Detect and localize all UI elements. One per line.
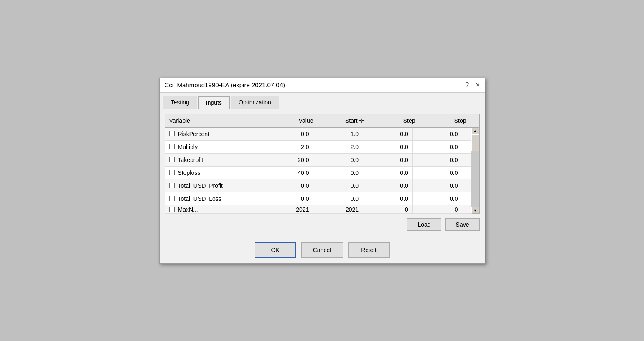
- col-step: Step: [369, 114, 420, 127]
- title-bar-controls: ? ×: [465, 81, 479, 89]
- dialog-window: Cci_Mahmoud1990-EA (expire 2021.07.04) ?…: [159, 78, 485, 264]
- checkbox-6[interactable]: [169, 207, 175, 212]
- cell-stop-1[interactable]: 0.0: [413, 141, 463, 153]
- cell-variable-3: Stoploss: [165, 167, 264, 179]
- checkbox-5[interactable]: [169, 196, 175, 201]
- col-value: Value: [267, 114, 318, 127]
- table-row: RiskPercent 0.0 1.0 0.0 0.0: [165, 128, 471, 141]
- cell-start-5[interactable]: 0.0: [313, 192, 363, 205]
- cell-value-2[interactable]: 20.0: [264, 154, 314, 166]
- cell-step-4[interactable]: 0.0: [363, 179, 413, 192]
- cell-stop-5[interactable]: 0.0: [413, 192, 463, 205]
- window-title: Cci_Mahmoud1990-EA (expire 2021.07.04): [165, 81, 285, 88]
- scrollbar-thumb[interactable]: [471, 134, 479, 151]
- table-row: Stoploss 40.0 0.0 0.0 0.0: [165, 167, 471, 179]
- cell-variable-4: Total_USD_Profit: [165, 179, 264, 192]
- ok-button[interactable]: OK: [255, 242, 296, 258]
- cell-variable-0: RiskPercent: [165, 128, 264, 140]
- load-button[interactable]: Load: [407, 218, 441, 231]
- cell-start-6: 2021: [313, 205, 363, 214]
- cell-step-6: 0: [363, 205, 413, 214]
- checkbox-1[interactable]: [169, 144, 175, 149]
- cell-stop-2[interactable]: 0.0: [413, 154, 463, 166]
- scrollbar-up-button[interactable]: ▲: [471, 128, 479, 134]
- help-button[interactable]: ?: [465, 81, 469, 89]
- table-row: Total_USD_Loss 0.0 0.0 0.0 0.0: [165, 192, 471, 205]
- cancel-button[interactable]: Cancel: [301, 242, 343, 258]
- table-row: Takeprofit 20.0 0.0 0.0 0.0: [165, 154, 471, 167]
- cell-variable-5: Total_USD_Loss: [165, 192, 264, 205]
- cell-stop-6: 0: [413, 205, 463, 214]
- col-stop: Stop: [420, 114, 471, 127]
- reset-button[interactable]: Reset: [348, 242, 390, 258]
- checkbox-4[interactable]: [169, 183, 175, 188]
- close-button[interactable]: ×: [476, 81, 479, 89]
- save-button[interactable]: Save: [445, 218, 480, 231]
- checkbox-3[interactable]: [169, 170, 175, 175]
- checkbox-2[interactable]: [169, 157, 175, 162]
- scrollbar-track[interactable]: [471, 134, 479, 207]
- cell-value-5[interactable]: 0.0: [264, 192, 314, 205]
- col-start[interactable]: Start ✛: [318, 114, 369, 127]
- tabs-row: Testing Inputs Optimization: [160, 93, 485, 109]
- col-variable: Variable: [165, 114, 267, 127]
- cell-start-0[interactable]: 1.0: [313, 128, 363, 140]
- tab-optimization[interactable]: Optimization: [231, 96, 279, 109]
- title-bar: Cci_Mahmoud1990-EA (expire 2021.07.04) ?…: [160, 78, 485, 93]
- cell-step-3[interactable]: 0.0: [363, 167, 413, 179]
- load-save-row: Load Save: [165, 214, 480, 233]
- cell-stop-4[interactable]: 0.0: [413, 179, 463, 192]
- cell-value-4[interactable]: 0.0: [264, 179, 314, 192]
- table-row-partial: MaxN... 2021 2021 0 0: [165, 205, 471, 214]
- cell-step-5[interactable]: 0.0: [363, 192, 413, 205]
- table-rows: RiskPercent 0.0 1.0 0.0 0.0 Multiply 2: [165, 128, 471, 214]
- cell-start-3[interactable]: 0.0: [313, 167, 363, 179]
- tab-testing[interactable]: Testing: [163, 96, 197, 109]
- content-area: Variable Value Start ✛ Step Stop: [160, 109, 485, 238]
- table-body-wrapper: RiskPercent 0.0 1.0 0.0 0.0 Multiply 2: [165, 128, 479, 214]
- cell-stop-0[interactable]: 0.0: [413, 128, 463, 140]
- scrollbar-header: [471, 114, 479, 127]
- cell-variable-1: Multiply: [165, 141, 264, 153]
- cell-value-6: 2021: [264, 205, 314, 214]
- cell-value-3[interactable]: 40.0: [264, 167, 314, 179]
- cell-step-1[interactable]: 0.0: [363, 141, 413, 153]
- dialog-footer: OK Cancel Reset: [160, 238, 485, 263]
- cell-step-0[interactable]: 0.0: [363, 128, 413, 140]
- tab-inputs[interactable]: Inputs: [198, 96, 230, 109]
- cell-start-2[interactable]: 0.0: [313, 154, 363, 166]
- inputs-table: Variable Value Start ✛ Step Stop: [165, 114, 480, 214]
- cell-start-4[interactable]: 0.0: [313, 179, 363, 192]
- cell-variable-6: MaxN...: [165, 205, 264, 214]
- cell-value-1[interactable]: 2.0: [264, 141, 314, 153]
- table-row: Total_USD_Profit 0.0 0.0 0.0 0.0: [165, 179, 471, 192]
- cell-start-1[interactable]: 2.0: [313, 141, 363, 153]
- scrollbar-down-button[interactable]: ▼: [471, 207, 479, 214]
- checkbox-0[interactable]: [169, 131, 175, 136]
- scrollbar[interactable]: ▲ ▼: [471, 128, 479, 214]
- cell-step-2[interactable]: 0.0: [363, 154, 413, 166]
- table-row: Multiply 2.0 2.0 0.0 0.0: [165, 141, 471, 154]
- cell-value-0[interactable]: 0.0: [264, 128, 314, 140]
- cell-variable-2: Takeprofit: [165, 154, 264, 166]
- cell-stop-3[interactable]: 0.0: [413, 167, 463, 179]
- table-header: Variable Value Start ✛ Step Stop: [165, 114, 479, 128]
